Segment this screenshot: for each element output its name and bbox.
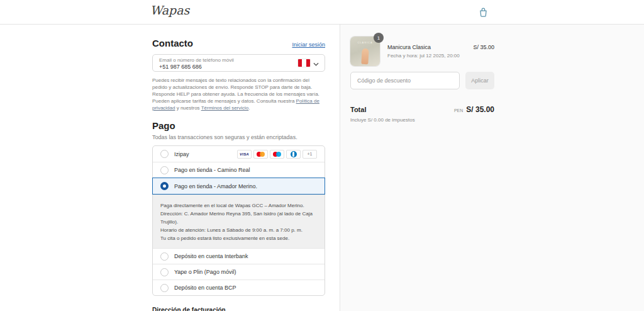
- order-line-item: CLASICA 1 Manicura Clasica S/ 35.00 Fech…: [350, 37, 494, 66]
- payment-option-label: Depósito en cuenta BCP: [174, 285, 236, 291]
- description-line: Tu cita o pedido estará listo exclusivam…: [160, 234, 317, 242]
- payment-security-note: Todas las transacciones son seguras y es…: [152, 134, 325, 140]
- country-code-selector[interactable]: [298, 57, 319, 69]
- tax-note: Incluye S/ 0.00 de impuestos: [350, 117, 494, 123]
- email-phone-label: Email o número de teléfono móvil: [159, 57, 318, 63]
- total-amount: S/ 35.00: [466, 105, 494, 114]
- billing-section-title: Dirección de facturación: [152, 307, 325, 311]
- payment-option-label: Pago en tienda - Camino Real: [174, 167, 250, 173]
- apply-discount-button[interactable]: Aplicar: [465, 72, 494, 89]
- payment-option-label: Depósito en cuenta Interbank: [174, 253, 248, 259]
- total-label: Total: [350, 106, 366, 113]
- mastercard-card-icon: [253, 150, 268, 159]
- visa-card-icon: VISA: [237, 150, 252, 159]
- manicure-hand-image: [361, 48, 369, 65]
- maestro-card-icon: [270, 150, 284, 159]
- chevron-down-icon: [313, 57, 319, 69]
- email-phone-field[interactable]: Email o número de teléfono móvil: [152, 54, 325, 72]
- checkout-header: Wapas: [0, 0, 644, 25]
- payment-option-tienda-amador-merino[interactable]: Pago en tienda - Amador Merino.: [152, 178, 325, 195]
- more-cards-badge: +1: [303, 150, 317, 159]
- product-thumbnail: CLASICA 1: [350, 37, 380, 66]
- description-line: Paga directamente en el local de Wapas G…: [160, 201, 317, 210]
- checkout-main: Contacto Iniciar sesión Email o número d…: [0, 25, 644, 311]
- payment-option-izipay[interactable]: Izipay VISA +1: [153, 146, 325, 162]
- order-total-row: Total PEN S/ 35.00: [350, 105, 494, 114]
- currency-code: PEN: [454, 108, 463, 113]
- terms-of-service-link[interactable]: Términos del servicio: [201, 105, 249, 111]
- sms-disclaimer-text: Puedes recibir mensajes de texto relacio…: [152, 77, 319, 104]
- product-meta: Fecha y hora: jul 12 2025, 20:00: [387, 53, 494, 59]
- accepted-cards: VISA +1: [237, 150, 317, 159]
- discount-code-input[interactable]: [350, 72, 460, 89]
- payment-option-label: Pago en tienda - Amador Merino.: [174, 183, 257, 189]
- diners-card-icon: [286, 150, 301, 159]
- product-price: S/ 35.00: [473, 44, 494, 50]
- radio-unchecked-icon[interactable]: [160, 268, 169, 276]
- payment-option-label: Yape o Plin (Pago móvil): [174, 269, 236, 275]
- peru-flag-icon: [298, 59, 310, 67]
- payment-option-yape-plin[interactable]: Yape o Plin (Pago móvil): [153, 264, 325, 280]
- product-name: Manicura Clasica: [387, 44, 431, 50]
- radio-checked-icon[interactable]: [160, 182, 169, 190]
- description-line: Dirección: C. Amador Merino Reyna 395, S…: [160, 210, 317, 226]
- contact-section-title: Contacto: [152, 38, 193, 48]
- payment-section-title: Pago: [152, 120, 325, 131]
- radio-unchecked-icon[interactable]: [160, 150, 169, 158]
- payment-option-description: Paga directamente en el local de Wapas G…: [153, 195, 325, 248]
- sms-disclaimer: Puedes recibir mensajes de texto relacio…: [152, 77, 325, 111]
- shopping-bag-icon: [478, 9, 489, 20]
- checkout-form-column: Contacto Iniciar sesión Email o número d…: [0, 25, 340, 311]
- description-line: Horario de atención: Lunes a Sábado de 9…: [160, 226, 317, 234]
- payment-option-deposito-bcp[interactable]: Depósito en cuenta BCP: [153, 280, 325, 295]
- order-summary-column: CLASICA 1 Manicura Clasica S/ 35.00 Fech…: [340, 25, 644, 311]
- payment-option-label: Izipay: [174, 151, 189, 157]
- email-phone-input[interactable]: [159, 64, 279, 70]
- radio-unchecked-icon[interactable]: [160, 284, 169, 292]
- payment-option-deposito-interbank[interactable]: Depósito en cuenta Interbank: [153, 248, 325, 264]
- login-link[interactable]: Iniciar sesión: [292, 42, 325, 48]
- cart-button[interactable]: [478, 7, 489, 18]
- quantity-badge: 1: [374, 33, 384, 43]
- payment-option-tienda-camino-real[interactable]: Pago en tienda - Camino Real: [153, 162, 325, 178]
- radio-unchecked-icon[interactable]: [160, 252, 169, 261]
- store-logo[interactable]: Wapas: [0, 3, 340, 17]
- radio-unchecked-icon[interactable]: [160, 166, 169, 174]
- discount-section: Aplicar: [350, 72, 494, 89]
- payment-methods-box: Izipay VISA +1 Pago en tienda - Camino R…: [152, 145, 325, 296]
